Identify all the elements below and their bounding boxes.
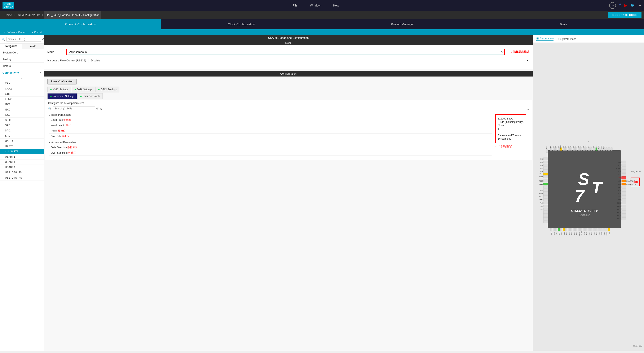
pa9-pin [622, 183, 626, 185]
breadcrumb-home[interactable]: Home [2, 11, 14, 19]
basic-params-title[interactable]: ▾ Basic Parameters [49, 113, 492, 117]
menu-window[interactable]: Window [310, 4, 320, 7]
sidebar-item-fsmc[interactable]: FSMC [0, 97, 44, 102]
sidebar-item-usart3[interactable]: USART3 [0, 160, 44, 165]
tab-project[interactable]: Project Manager [322, 19, 483, 29]
sidebar-item-eth[interactable]: ETH [0, 91, 44, 97]
system-core-header[interactable]: System Core › [0, 49, 44, 56]
sidebar-group-timers[interactable]: Timers › [0, 63, 44, 69]
svg-text:VSSA: VSSA [539, 193, 543, 194]
scroll-up-arrow[interactable]: ▲ [0, 76, 44, 81]
svg-text:VDD: VDD [546, 146, 547, 149]
svg-text:PE5: PE5 [540, 168, 543, 169]
svg-rect-146 [603, 228, 605, 231]
tab-gpio-settings[interactable]: ● GPIO Settings [95, 87, 120, 93]
pinout-view-tab[interactable]: ⊞ Pinout view [536, 37, 554, 41]
connectivity-header[interactable]: Connectivity ▾ [0, 69, 44, 76]
svg-rect-19 [622, 208, 626, 210]
sidebar-item-usart6[interactable]: USART6 [0, 165, 44, 170]
search-icon[interactable]: 🔍 [2, 38, 5, 41]
tab-pinout[interactable]: Pinout & Configuration [0, 19, 161, 29]
search-params-icon[interactable]: 🔍 [48, 107, 52, 110]
sidebar-tab-row: Categories A->Z [0, 44, 44, 49]
expand-icon[interactable]: ⊕ [100, 107, 102, 110]
tab-clock[interactable]: Clock Configuration [161, 19, 322, 29]
categories-tab[interactable]: Categories [0, 44, 22, 49]
sidebar-group-analog[interactable]: Analog › [0, 56, 44, 63]
svg-text:PD12: PD12 [617, 212, 621, 213]
chip-panel: ⊞ Pinout view ≡ System view ā VDD [533, 35, 644, 351]
chip-package-text: LQFP100 [578, 214, 590, 217]
timers-header[interactable]: Timers › [0, 63, 44, 69]
system-view-tab[interactable]: ≡ System view [558, 37, 576, 41]
gear-icon[interactable]: ⚙ [42, 38, 44, 41]
reset-config-button[interactable]: Reset Configuration [47, 79, 77, 85]
sidebar-item-can1[interactable]: CAN1 [0, 81, 44, 86]
chip-st-logo: S [578, 170, 589, 188]
svg-text:VSS: VSS [618, 165, 621, 166]
breadcrumb-project[interactable]: HAL_F407_Uart.ioc - Pinout & Configurati… [44, 11, 102, 19]
table-row: Baud Rate 波特率 [49, 117, 492, 123]
sidebar-item-i2c2[interactable]: I2C2 [0, 107, 44, 112]
tab-tools[interactable]: Tools [483, 19, 644, 29]
sub-tab-software-packs[interactable]: ▾ Software Packs [4, 31, 25, 34]
az-tab[interactable]: A->Z [22, 44, 44, 49]
svg-text:PAD-: PAD- [540, 202, 544, 204]
network-icon[interactable]: ✦ [638, 3, 642, 8]
facebook-icon[interactable]: f [619, 3, 621, 8]
svg-rect-49 [544, 175, 548, 178]
twitter-icon[interactable]: 🐦 [630, 3, 635, 8]
sidebar-group-connectivity[interactable]: Connectivity ▾ [0, 69, 44, 76]
tab-dma-settings[interactable]: ● DMA Settings [72, 87, 95, 93]
sidebar-item-uart4[interactable]: UART4 [0, 139, 44, 144]
svg-rect-12 [622, 186, 626, 188]
svg-rect-53 [544, 192, 548, 195]
sidebar-item-spi1[interactable]: SPI1 [0, 123, 44, 128]
sidebar-item-usb-otg-hs[interactable]: USB_OTG_HS [0, 175, 44, 180]
svg-text:PD14: PD14 [617, 205, 621, 207]
svg-text:PC0: PC0 [591, 232, 592, 235]
svg-rect-132 [568, 228, 570, 231]
tab-user-constants[interactable]: ● User Constants [77, 93, 103, 99]
refresh-icon[interactable]: ↺ [96, 107, 99, 110]
svg-text:VREF-: VREF- [539, 196, 544, 197]
sub-tab-pinout[interactable]: ▾ Pinout [32, 31, 42, 34]
sidebar-item-i2c3[interactable]: I2C3 [0, 112, 44, 118]
svg-rect-21 [622, 214, 626, 217]
logo-area: STM32 CubeMX [2, 2, 14, 9]
analog-header[interactable]: Analog › [0, 56, 44, 63]
config-title: USART1 Mode and Configuration [44, 35, 533, 41]
svg-text:PA6: PA6 [558, 233, 560, 235]
generate-code-button[interactable]: GENERATE CODE [608, 12, 642, 18]
svg-rect-142 [593, 228, 595, 231]
main-tab-bar: Pinout & Configuration Clock Configurati… [0, 19, 644, 29]
menu-help[interactable]: Help [333, 4, 339, 7]
sidebar-group-system-core[interactable]: System Core › [0, 49, 44, 56]
params-search-input[interactable] [53, 106, 95, 111]
sidebar-item-i2c1[interactable]: I2C1 [0, 102, 44, 107]
mode-select[interactable]: Asynchronous [66, 49, 504, 55]
sidebar-item-usb-otg-fs[interactable]: USB_OTG_FS [0, 170, 44, 175]
tab-nvic-settings[interactable]: ● NVIC Settings [47, 87, 71, 93]
svg-text:PA15: PA15 [603, 145, 604, 149]
sidebar-item-can2[interactable]: CAN2 [0, 86, 44, 91]
advanced-params-title[interactable]: ▾ Advanced Parameters [49, 140, 492, 145]
svg-rect-139 [586, 228, 587, 231]
hardware-flow-select[interactable]: Disable [88, 58, 530, 63]
info-icon[interactable]: ℹ [528, 107, 528, 110]
sidebar-item-sdio[interactable]: SDIO [0, 118, 44, 123]
sidebar-item-uart5[interactable]: UART5 [0, 144, 44, 149]
svg-text:PD2: PD2 [588, 146, 589, 148]
breadcrumb-device[interactable]: STM32F407VETx [16, 11, 42, 19]
grid-icon: ⊞ [536, 37, 539, 40]
menu-file[interactable]: File [293, 4, 298, 7]
sidebar-item-usart2[interactable]: USART2 [0, 154, 44, 160]
sidebar-item-usart1[interactable]: ✓ USART1 [0, 149, 44, 154]
tab-parameter-settings[interactable]: ● Parameter Settings [47, 93, 77, 99]
sidebar-item-spi2[interactable]: SPI2 [0, 128, 44, 133]
youtube-icon[interactable]: ▶ [624, 3, 627, 8]
svg-text:VSS: VSS [553, 146, 554, 148]
search-input[interactable] [6, 37, 41, 42]
sidebar-item-spi3[interactable]: SPI3 [0, 133, 44, 139]
table-row: Parity 校验位 [49, 128, 492, 134]
